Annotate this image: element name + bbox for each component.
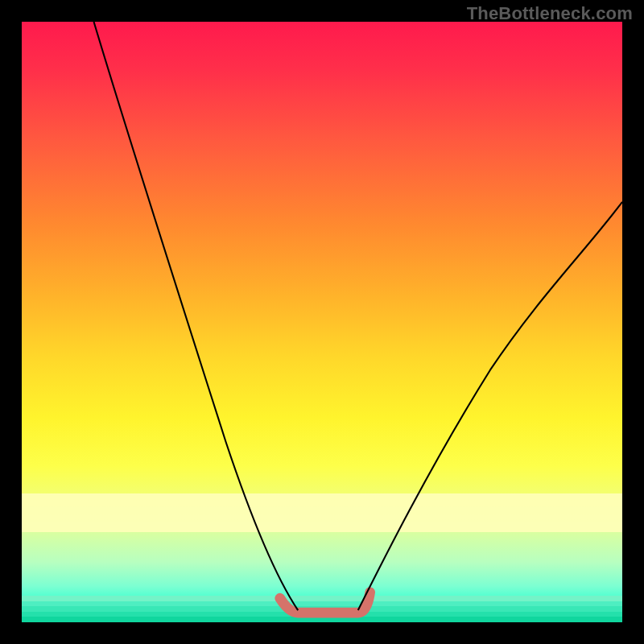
right-curve-line <box>358 202 622 610</box>
left-curve-line <box>94 22 299 610</box>
curves-svg <box>22 22 622 622</box>
chart-frame: TheBottleneck.com <box>0 0 644 644</box>
plot-area <box>22 22 622 622</box>
